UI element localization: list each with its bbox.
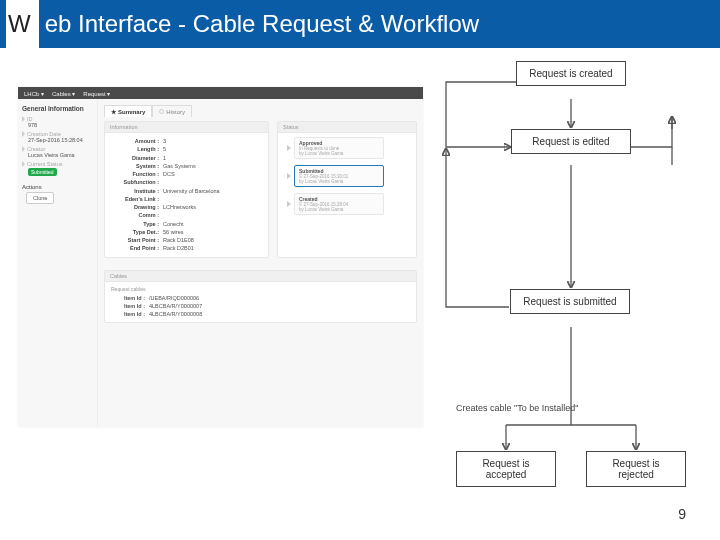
status-items: ApprovedIn Requests to doneby Lucas Viei…	[278, 133, 416, 225]
info-key: Type Det.:	[111, 228, 163, 236]
slide-title-bar: W eb Interface - Cable Request & Workflo…	[0, 0, 720, 48]
tab-history[interactable]: History	[152, 105, 192, 117]
info-row: Type Det.:56 wires	[111, 228, 262, 236]
main-panel: ★ Summary History Information Amount :3L…	[98, 99, 423, 427]
chevron-right-icon	[287, 173, 291, 179]
info-key: Start Point :	[111, 236, 163, 244]
status-panel-heading: Status	[278, 122, 416, 133]
info-key: Amount :	[111, 137, 163, 145]
info-key: Function :	[111, 170, 163, 178]
info-rows: Amount :3Length :5Diameter :1System :Gas…	[105, 133, 268, 257]
cables-panel-heading: Cables	[105, 271, 416, 282]
info-val: Rack D2B01	[163, 244, 194, 252]
status-box: Submitted© 27-Sep-2016 15:30:01by Lucas …	[294, 165, 384, 187]
info-row: Amount :3	[111, 137, 262, 145]
workflow-diagram: Request is created Request is edited Req…	[406, 57, 706, 527]
info-row: Type :Conecht	[111, 220, 262, 228]
cables-subheading: Request cables	[111, 286, 410, 292]
status-box: ApprovedIn Requests to doneby Lucas Viei…	[294, 137, 384, 159]
info-key: End Point :	[111, 244, 163, 252]
status-item: ApprovedIn Requests to doneby Lucas Viei…	[284, 137, 410, 159]
sidebar-created-value: 27-Sep-2016 15:28:04	[28, 137, 93, 143]
page-number: 9	[678, 506, 686, 522]
actions-heading: Actions	[22, 184, 93, 190]
info-key: Comm :	[111, 211, 163, 219]
flow-node-created: Request is created	[516, 61, 626, 86]
cables-list: Request cables Item Id :/UEBA/RIQD000006…	[105, 282, 416, 323]
info-val: 3	[163, 137, 166, 145]
crumb-page[interactable]: Request ▾	[83, 90, 110, 97]
chevron-right-icon	[22, 131, 25, 137]
info-row: Institute :University of Barcelona	[111, 187, 262, 195]
info-panel: Information Amount :3Length :5Diameter :…	[104, 121, 269, 258]
info-val: 1	[163, 154, 166, 162]
info-key: Length :	[111, 145, 163, 153]
status-badge: Submitted	[28, 168, 57, 176]
crumb-section[interactable]: Cables ▾	[52, 90, 75, 97]
info-panel-heading: Information	[105, 122, 268, 133]
info-row: Drawing :LCHnetworks	[111, 203, 262, 211]
tabs: ★ Summary History	[104, 105, 417, 117]
info-row: End Point :Rack D2B01	[111, 244, 262, 252]
chevron-right-icon	[22, 116, 25, 122]
flow-node-rejected: Request is rejected	[586, 451, 686, 487]
chevron-right-icon	[287, 201, 291, 207]
info-row: Function :DCS	[111, 170, 262, 178]
info-val: University of Barcelona	[163, 187, 220, 195]
title-word-left: W	[6, 0, 39, 48]
info-row: Diameter :1	[111, 154, 262, 162]
info-val: LCHnetworks	[163, 203, 196, 211]
sidebar-heading: General Information	[22, 105, 93, 112]
info-key: Institute :	[111, 187, 163, 195]
status-box: Created© 27-Sep-2016 15:28:04by Lucas Vi…	[294, 193, 384, 215]
info-key: Diameter :	[111, 154, 163, 162]
status-item: Submitted© 27-Sep-2016 15:30:01by Lucas …	[284, 165, 410, 187]
info-row: Start Point :Rack D1E08	[111, 236, 262, 244]
info-key: Drawing :	[111, 203, 163, 211]
info-val: Rack D1E08	[163, 236, 194, 244]
info-key: Subfunction :	[111, 178, 163, 186]
sidebar-creator-value: Lucas Vieira Gama	[28, 152, 93, 158]
cable-row: Item Id :4LBCBA/R/Y0000007	[111, 302, 410, 310]
app-topbar: LHCb ▾ Cables ▾ Request ▾	[18, 87, 423, 99]
cable-row: Item Id :4LBCBA/R/Y0000008	[111, 310, 410, 318]
info-val: DCS	[163, 170, 175, 178]
info-key: Eden's Link :	[111, 195, 163, 203]
crumb-root[interactable]: LHCb ▾	[24, 90, 44, 97]
chevron-right-icon	[22, 161, 25, 167]
info-row: Eden's Link :	[111, 195, 262, 203]
chevron-right-icon	[287, 145, 291, 151]
info-val: Conecht	[163, 220, 184, 228]
slide-content: LHCb ▾ Cables ▾ Request ▾ General Inform…	[18, 55, 702, 528]
clone-button[interactable]: Clone	[26, 192, 54, 204]
flow-node-edited: Request is edited	[511, 129, 631, 154]
info-row: Comm :	[111, 211, 262, 219]
info-row: Length :5	[111, 145, 262, 153]
info-val: Gas Systems	[163, 162, 196, 170]
chevron-right-icon	[22, 146, 25, 152]
sidebar-id-value: 978	[28, 122, 93, 128]
info-row: System :Gas Systems	[111, 162, 262, 170]
app-body: General Information ID 978 Creation Date…	[18, 99, 423, 427]
flow-caption: Creates cable "To be Installed"	[456, 403, 578, 413]
sidebar: General Information ID 978 Creation Date…	[18, 99, 98, 427]
cables-panel: Cables Request cables Item Id :/UEBA/RIQ…	[104, 270, 417, 324]
summary-two-col: Information Amount :3Length :5Diameter :…	[104, 121, 417, 264]
info-val: 5	[163, 145, 166, 153]
info-key: System :	[111, 162, 163, 170]
flow-node-accepted: Request is accepted	[456, 451, 556, 487]
status-panel: Status ApprovedIn Requests to doneby Luc…	[277, 121, 417, 258]
info-val: 56 wires	[163, 228, 183, 236]
sidebar-status-label: Current Status	[22, 161, 93, 167]
cable-row: Item Id :/UEBA/RIQD000006	[111, 294, 410, 302]
tab-summary[interactable]: ★ Summary	[104, 105, 152, 117]
flow-node-submitted: Request is submitted	[510, 289, 630, 314]
title-rest: eb Interface - Cable Request & Workflow	[45, 10, 479, 38]
app-window: LHCb ▾ Cables ▾ Request ▾ General Inform…	[18, 87, 423, 427]
clock-icon	[159, 109, 164, 114]
info-key: Type :	[111, 220, 163, 228]
info-row: Subfunction :	[111, 178, 262, 186]
status-item: Created© 27-Sep-2016 15:28:04by Lucas Vi…	[284, 193, 410, 215]
